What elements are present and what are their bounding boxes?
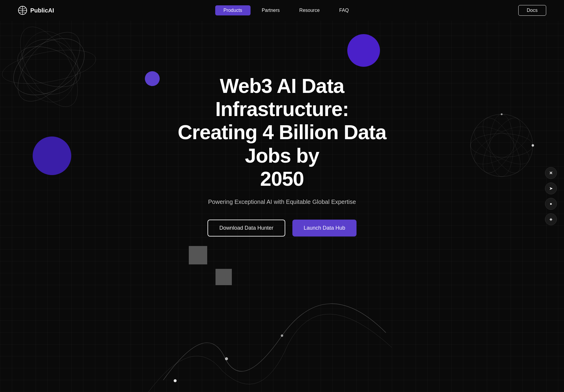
social-discord[interactable]: ◈ xyxy=(545,213,557,225)
discord-icon: ◈ xyxy=(549,217,552,221)
nav-resource[interactable]: Resource xyxy=(291,5,328,15)
docs-button[interactable]: Docs xyxy=(518,5,546,16)
hero-title: Web3 AI Data Infrastructure: Creating 4 … xyxy=(166,74,398,190)
nav-products[interactable]: Products xyxy=(215,5,251,15)
hero-subtitle: Powering Exceptional AI with Equitable G… xyxy=(208,199,356,205)
logo-icon xyxy=(18,6,27,15)
nav-faq[interactable]: FAQ xyxy=(331,5,357,15)
gray-square-2 xyxy=(216,269,232,285)
launch-data-hub-button[interactable]: Launch Data Hub xyxy=(292,220,357,237)
nav-partners[interactable]: Partners xyxy=(254,5,288,15)
social-x-twitter[interactable]: ✕ xyxy=(545,167,557,179)
social-medium[interactable]: ● xyxy=(545,198,557,210)
medium-icon: ● xyxy=(550,201,552,206)
social-telegram[interactable]: ➤ xyxy=(545,182,557,194)
x-icon: ✕ xyxy=(549,171,553,175)
telegram-icon: ➤ xyxy=(549,186,553,191)
hero-section: Web3 AI Data Infrastructure: Creating 4 … xyxy=(0,74,564,237)
logo-text: PublicAI xyxy=(30,7,54,14)
gray-square-1 xyxy=(189,246,207,264)
download-data-hunter-button[interactable]: Download Data Hunter xyxy=(207,220,285,237)
logo[interactable]: PublicAI xyxy=(18,6,54,15)
social-sidebar: ✕ ➤ ● ◈ xyxy=(545,167,557,225)
purple-circle-top-right xyxy=(347,34,380,67)
nav-links: Products Partners Resource FAQ xyxy=(215,5,357,15)
navbar: PublicAI Products Partners Resource FAQ … xyxy=(0,0,564,21)
hero-buttons: Download Data Hunter Launch Data Hub xyxy=(207,220,357,237)
